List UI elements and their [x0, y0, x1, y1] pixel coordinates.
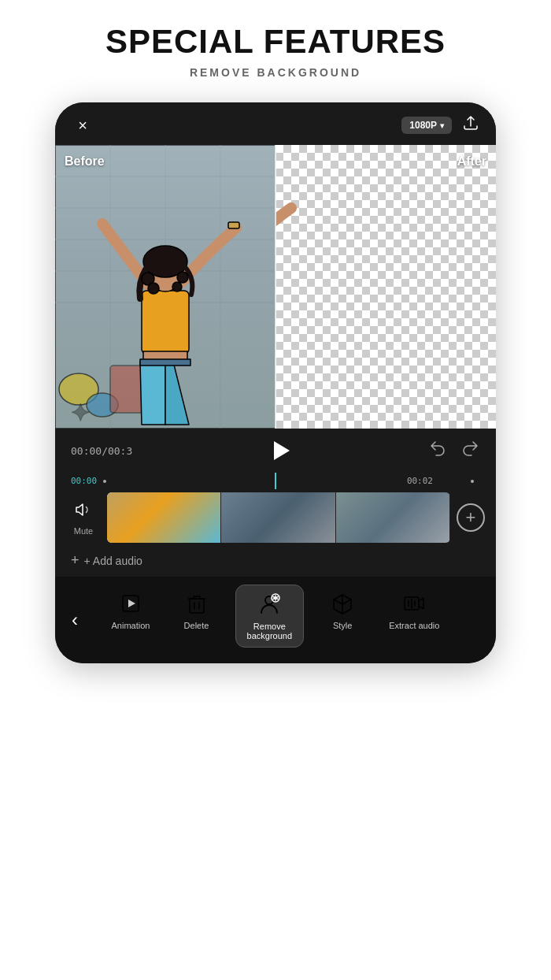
toolbar-item-style[interactable]: Style: [322, 585, 363, 637]
remove-bg-label: Removebackground: [247, 622, 293, 640]
close-button[interactable]: ×: [71, 113, 94, 137]
animation-icon: [118, 591, 143, 616]
playback-controls: 00:00/00:3: [55, 429, 496, 473]
redo-button[interactable]: [461, 439, 480, 462]
phone-mockup: × 1080P ▾: [55, 102, 496, 663]
svg-rect-15: [140, 359, 190, 366]
undo-button[interactable]: [428, 439, 447, 462]
timeline-track: Mute +: [55, 489, 496, 546]
delete-label: Delete: [184, 621, 209, 630]
before-side: ✦: [55, 145, 276, 429]
style-label: Style: [333, 621, 352, 630]
bottom-toolbar: ‹ Animation: [55, 577, 496, 663]
phone-topbar: × 1080P ▾: [55, 102, 496, 145]
extract-audio-icon: [401, 591, 427, 616]
add-audio-plus-icon: +: [71, 552, 80, 569]
after-label: After: [457, 154, 486, 169]
svg-rect-22: [228, 222, 239, 228]
mute-label: Mute: [74, 526, 93, 536]
play-button[interactable]: [266, 436, 294, 465]
add-clip-button[interactable]: +: [457, 503, 485, 532]
resolution-selector[interactable]: 1080P ▾: [401, 117, 452, 134]
toolbar-back-button[interactable]: ‹: [55, 577, 94, 663]
play-icon: [274, 441, 290, 460]
track-thumb-inner-1: [107, 492, 220, 543]
speaker-icon: [74, 500, 93, 523]
delete-icon: [184, 591, 209, 616]
chevron-left-icon: ‹: [72, 609, 78, 631]
svg-rect-34: [190, 599, 204, 613]
playback-right-controls: [428, 439, 480, 462]
add-audio-bar: + + Add audio: [55, 546, 496, 577]
track-thumb-3: [336, 492, 450, 543]
add-audio-label: + Add audio: [84, 555, 142, 567]
remove-bg-icon: [257, 592, 282, 617]
toolbar-items: Animation Delete: [55, 585, 496, 648]
toolbar-item-animation[interactable]: Animation: [104, 585, 158, 637]
chevron-down-icon: ▾: [440, 121, 444, 130]
timeline-ruler: 00:00 00:02: [55, 473, 496, 489]
mute-button[interactable]: Mute: [66, 500, 101, 536]
track-thumb-2: [221, 492, 335, 543]
track-thumb-1: [107, 492, 221, 543]
ruler-dot-1: [103, 480, 106, 483]
video-preview: ✦: [55, 145, 496, 429]
toolbar-item-extract-audio[interactable]: Extract audio: [381, 585, 447, 637]
style-icon: [330, 591, 355, 616]
topbar-right: 1080P ▾: [401, 113, 480, 137]
ruler-dot-2: [471, 480, 474, 483]
after-side: After: [276, 145, 496, 429]
split-divider: [275, 145, 276, 429]
before-label: Before: [65, 154, 105, 169]
svg-marker-33: [128, 600, 135, 607]
page-title: SPECIAL FEATURES: [16, 24, 535, 60]
svg-point-20: [177, 272, 188, 283]
svg-rect-13: [142, 291, 189, 354]
track-strip[interactable]: [107, 492, 450, 543]
playhead-line: [275, 473, 276, 489]
page-header: SPECIAL FEATURES REMOVE BACKGROUND: [0, 0, 551, 95]
svg-point-19: [148, 283, 159, 294]
page-subtitle: REMOVE BACKGROUND: [16, 66, 535, 79]
animation-label: Animation: [112, 621, 150, 630]
preview-split: ✦: [55, 145, 496, 429]
toolbar-item-delete[interactable]: Delete: [176, 585, 217, 637]
extract-audio-label: Extract audio: [389, 621, 439, 630]
timeline-start-mark: 00:00: [71, 476, 97, 486]
svg-point-21: [172, 282, 182, 291]
timecode: 00:00/00:3: [71, 445, 132, 457]
toolbar-item-remove-bg[interactable]: Removebackground: [235, 585, 305, 648]
timeline-mid-mark: 00:02: [407, 476, 433, 486]
add-audio-button[interactable]: + + Add audio: [71, 552, 142, 569]
export-button[interactable]: [461, 113, 480, 137]
